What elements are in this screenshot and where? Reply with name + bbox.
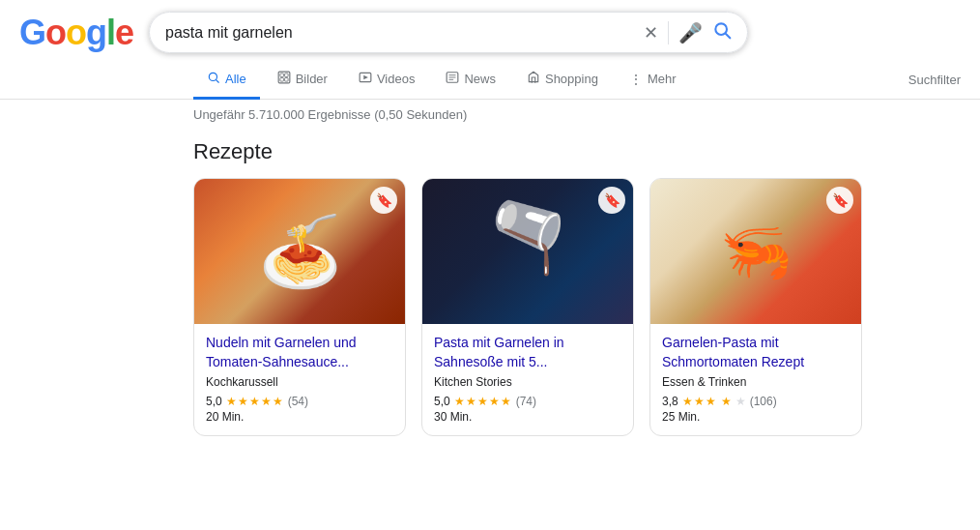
card-title-3[interactable]: Garnelen-Pasta mit Schmortomaten Rezept [662,334,850,371]
voice-icon[interactable]: 🎤 [678,21,703,44]
card-source-1: Kochkarussell [206,375,393,389]
card-rating-count-3: (106) [750,395,777,408]
svg-rect-6 [284,74,288,77]
card-rating-row-2: 5,0 ★★★★★ (74) [434,395,621,408]
tab-alle[interactable]: Alle [193,61,260,100]
search-input[interactable] [165,24,634,42]
card-time-2: 30 Min. [434,410,621,424]
recipe-cards-row: 🔖 Nudeln mit Garnelen und Tomaten-Sahnes… [193,178,961,436]
results-info: Ungefähr 5.710.000 Ergebnisse (0,50 Seku… [0,100,980,130]
card-title-1[interactable]: Nudeln mit Garnelen und Tomaten-Sahnesau… [206,334,393,371]
tab-videos[interactable]: Videos [345,61,429,100]
news-icon [446,71,459,87]
search-divider [668,21,669,44]
tab-news[interactable]: News [432,61,509,100]
card-time-1: 20 Min. [206,410,393,424]
svg-rect-8 [284,78,288,82]
tab-mehr[interactable]: ⋮ Mehr [616,62,690,100]
recipe-card-2[interactable]: 🔖 Pasta mit Garnelen in Sahnesoße mit 5.… [421,178,634,436]
tab-bilder-label: Bilder [296,72,328,86]
suchfilter-button[interactable]: Suchfilter [908,63,961,97]
bookmark-button-3[interactable]: 🔖 [826,187,853,214]
alle-icon [207,71,220,87]
svg-rect-5 [280,74,284,77]
card-rating-score-1: 5,0 [206,395,222,408]
suchfilter-label: Suchfilter [908,73,961,87]
card-rating-score-3: 3,8 [662,395,678,408]
card-image-wrapper-1: 🔖 [194,179,405,324]
svg-marker-10 [363,75,368,80]
rezepte-title: Rezepte [193,139,961,164]
svg-rect-7 [280,78,284,82]
card-star-empty-3: ★ [735,395,746,408]
svg-line-3 [216,79,218,82]
header: Google ✕ 🎤 [0,0,980,61]
bookmark-button-2[interactable]: 🔖 [598,187,625,214]
card-image-wrapper-3: 🔖 [650,179,861,324]
card-source-3: Essen & Trinken [662,375,850,389]
recipe-card-3[interactable]: 🔖 Garnelen-Pasta mit Schmortomaten Rezep… [649,178,862,436]
rezepte-section: Rezepte 🔖 Nudeln mit Garnelen und Tomate… [0,130,980,456]
card-rating-row-1: 5,0 ★★★★★ (54) [206,395,393,408]
card-stars-2: ★★★★★ [454,395,512,408]
bookmark-button-1[interactable]: 🔖 [370,187,397,214]
card-source-2: Kitchen Stories [434,375,621,389]
search-bar: ✕ 🎤 [149,12,748,53]
tab-alle-label: Alle [225,72,246,86]
tab-shopping[interactable]: Shopping [513,61,612,100]
search-submit-icon[interactable] [712,20,732,44]
svg-line-1 [726,34,731,39]
mehr-dots-icon: ⋮ [629,72,643,87]
card-rating-score-2: 5,0 [434,395,450,408]
card-content-1: Nudeln mit Garnelen und Tomaten-Sahnesau… [194,324,405,435]
card-content-2: Pasta mit Garnelen in Sahnesoße mit 5...… [422,324,633,435]
card-rating-row-3: 3,8 ★★★★★ (106) [662,395,850,408]
tab-videos-label: Videos [377,72,416,86]
shopping-icon [527,71,540,87]
card-image-wrapper-2: 🔖 [422,179,633,324]
card-star-half-3: ★ [721,395,732,408]
tab-news-label: News [464,72,496,86]
search-bar-wrapper: ✕ 🎤 [149,12,748,53]
card-title-2[interactable]: Pasta mit Garnelen in Sahnesoße mit 5... [434,334,621,371]
card-stars-1: ★★★★★ [226,395,284,408]
results-info-text: Ungefähr 5.710.000 Ergebnisse (0,50 Seku… [193,107,467,122]
recipe-card-1[interactable]: 🔖 Nudeln mit Garnelen und Tomaten-Sahnes… [193,178,406,436]
tab-shopping-label: Shopping [545,72,598,86]
card-time-3: 25 Min. [662,410,850,424]
bilder-icon [277,71,291,87]
card-rating-count-1: (54) [288,395,308,408]
videos-icon [359,71,372,87]
tab-mehr-label: Mehr [648,72,677,86]
card-content-3: Garnelen-Pasta mit Schmortomaten Rezept … [650,324,861,435]
nav-tabs: Alle Bilder Videos [0,61,980,100]
card-rating-count-2: (74) [516,395,536,408]
tab-bilder[interactable]: Bilder [264,61,341,100]
card-stars-full-3: ★★★ [682,395,717,408]
google-logo[interactable]: Google [19,13,133,53]
clear-icon[interactable]: ✕ [644,22,658,44]
